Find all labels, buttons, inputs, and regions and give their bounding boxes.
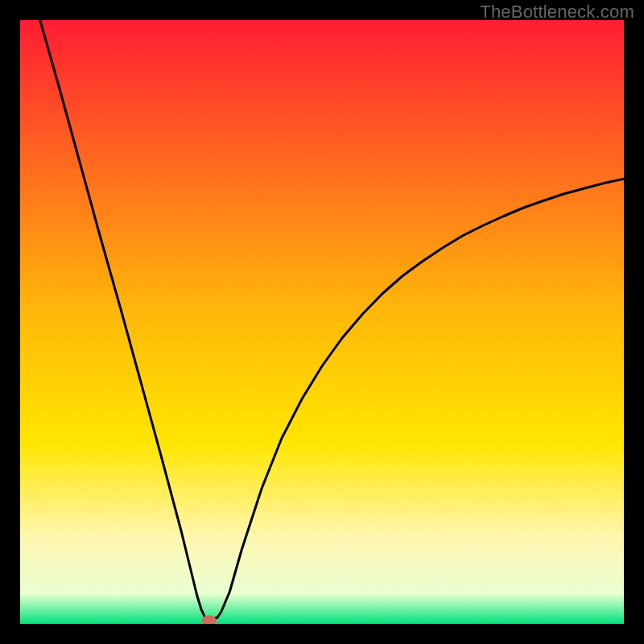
plot-area [20,20,624,624]
watermark-label: TheBottleneck.com [480,2,634,23]
chart-frame: TheBottleneck.com [0,0,644,644]
gradient-background [20,20,624,624]
chart-svg [20,20,624,624]
